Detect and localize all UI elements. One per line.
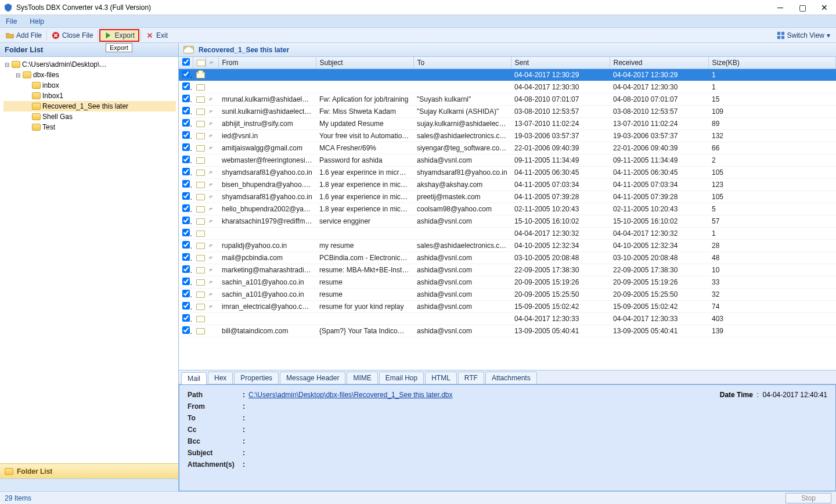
row-checkbox[interactable]: [182, 278, 190, 285]
table-row[interactable]: 𝄐imran_electrical@yahoo.co.inresume for …: [179, 301, 836, 313]
collapse-icon[interactable]: ⊟: [3, 62, 10, 68]
table-row[interactable]: 𝄐marketing@maharashtradirect...resume: M…: [179, 264, 836, 276]
cell-sent: 22-09-2005 17:38:30: [511, 264, 610, 276]
table-row[interactable]: 𝄐mail@pcbindia.comPCBindia.com - Electro…: [179, 252, 836, 264]
col-to[interactable]: To: [413, 57, 511, 69]
table-row[interactable]: 04-04-2017 12:30:3204-04-2017 12:30:321: [179, 228, 836, 240]
row-checkbox[interactable]: [182, 131, 190, 139]
row-checkbox[interactable]: [182, 265, 190, 273]
col-size[interactable]: Size(KB): [708, 57, 836, 69]
envelope-icon: [196, 206, 205, 213]
tree-node[interactable]: ⊟dbx-files: [3, 70, 176, 80]
tab-html[interactable]: HTML: [425, 372, 457, 384]
table-row[interactable]: 𝄐ied@vsnl.inYour free visit to Automatio…: [179, 130, 836, 142]
minimize-button[interactable]: ─: [774, 3, 786, 12]
row-checkbox[interactable]: [182, 168, 190, 175]
row-checkbox[interactable]: [182, 70, 190, 78]
row-checkbox[interactable]: [182, 107, 190, 114]
table-row[interactable]: 𝄐abhijit_instru@sify.comMy updated Resum…: [179, 118, 836, 130]
row-checkbox[interactable]: [182, 290, 190, 297]
select-all-checkbox[interactable]: [182, 58, 190, 66]
col-attachment[interactable]: 𝄐: [206, 57, 218, 69]
menu-file[interactable]: File: [6, 17, 17, 26]
row-checkbox[interactable]: [182, 253, 190, 261]
col-check[interactable]: [179, 57, 193, 69]
tab-hex[interactable]: Hex: [208, 372, 233, 384]
row-checkbox[interactable]: [182, 143, 190, 151]
table-row[interactable]: webmaster@freeringtonesindi...Password f…: [179, 154, 836, 167]
table-row[interactable]: 𝄐amitjaiswalgg@gmail.comMCA Fresher/69%s…: [179, 142, 836, 154]
stop-button[interactable]: Stop: [785, 493, 831, 503]
path-link[interactable]: C:\Users\admin\Desktop\dbx-files\Recover…: [248, 391, 453, 399]
tree-node[interactable]: Inbox1: [3, 91, 176, 101]
message-table-wrap[interactable]: 𝄐 From Subject To Sent Received Size(KB)…: [179, 57, 836, 370]
row-checkbox[interactable]: [182, 119, 190, 127]
separator: [46, 30, 47, 41]
row-checkbox[interactable]: [182, 95, 190, 102]
cell-received: 15-10-2005 16:10:02: [610, 215, 708, 228]
row-checkbox[interactable]: [182, 326, 190, 334]
envelope-icon: [196, 109, 205, 115]
cell-from: abhijit_instru@sify.com: [218, 118, 316, 130]
row-checkbox[interactable]: [182, 204, 190, 212]
table-row[interactable]: 𝄐bisen_bhupendra@yahoo.co.in1.8 year exp…: [179, 179, 836, 191]
maximize-button[interactable]: ▢: [797, 3, 808, 12]
table-row[interactable]: 𝄐rupalidj@yahoo.co.inmy resumesales@ashi…: [179, 240, 836, 252]
add-file-button[interactable]: Add File: [2, 29, 45, 42]
tab-rtf[interactable]: RTF: [458, 372, 484, 384]
folder-plus-icon: [6, 31, 14, 39]
close-window-button[interactable]: ✕: [819, 3, 830, 12]
col-sent[interactable]: Sent: [511, 57, 610, 69]
table-row[interactable]: 𝄐mrunal.kulkarni@ashidaelectr...Fw: Apli…: [179, 93, 836, 106]
cell-size: 403: [708, 313, 836, 325]
cell-received: 22-01-2006 09:40:39: [610, 142, 708, 154]
row-checkbox[interactable]: [182, 314, 190, 322]
table-row[interactable]: 𝄐shyamdsaraf81@yahoo.co.in1.6 year exper…: [179, 191, 836, 203]
row-checkbox[interactable]: [182, 217, 190, 224]
row-checkbox[interactable]: [182, 180, 190, 188]
tree-root[interactable]: ⊟ C:\Users\admin\Desktop\…: [3, 59, 176, 70]
folder-list-tab[interactable]: Folder List: [0, 463, 178, 478]
col-subject[interactable]: Subject: [316, 57, 413, 69]
tab-message-header[interactable]: Message Header: [280, 372, 345, 384]
tree-node[interactable]: Recovered_1_See this later: [3, 101, 176, 111]
table-row[interactable]: 𝄐shyamdsaraf81@yahoo.co.in1.6 year exper…: [179, 167, 836, 179]
table-row[interactable]: 𝄐hello_bhupendra2002@yahoo....1.8 year e…: [179, 203, 836, 215]
tree-node[interactable]: Test: [3, 122, 176, 132]
menu-help[interactable]: Help: [30, 17, 44, 26]
export-button[interactable]: Export: [99, 29, 139, 42]
tab-email-hop[interactable]: Email Hop: [379, 372, 424, 384]
table-row[interactable]: 04-04-2017 12:30:2904-04-2017 12:30:291: [179, 69, 836, 81]
cell-sent: 04-04-2017 12:30:32: [511, 228, 610, 240]
table-row[interactable]: 𝄐kharatsachin1979@rediffmail....service …: [179, 215, 836, 228]
switch-view-button[interactable]: Switch View ▾: [773, 29, 834, 42]
collapse-icon[interactable]: ⊟: [15, 72, 21, 78]
table-row[interactable]: 𝄐sunil.kulkarni@ashidaelectron...Fw: Mis…: [179, 106, 836, 118]
tree-node[interactable]: Shell Gas: [3, 111, 176, 122]
exit-button[interactable]: Exit: [142, 29, 171, 42]
col-from[interactable]: From: [218, 57, 316, 69]
close-file-button[interactable]: Close File: [48, 29, 96, 42]
row-checkbox[interactable]: [182, 302, 190, 309]
row-checkbox[interactable]: [182, 156, 190, 163]
row-checkbox[interactable]: [182, 192, 190, 200]
table-row[interactable]: 𝄐sachin_a101@yahoo.co.inresumeashida@vsn…: [179, 289, 836, 301]
tab-properties[interactable]: Properties: [234, 372, 279, 384]
row-checkbox[interactable]: [182, 241, 190, 249]
tab-attachments[interactable]: Attachments: [485, 372, 537, 384]
status-item-count: 29 Items: [5, 494, 31, 502]
cell-subject: My updated Resume: [316, 118, 413, 130]
table-row[interactable]: 04-04-2017 12:30:3004-04-2017 12:30:301: [179, 81, 836, 93]
tree-node[interactable]: inbox: [3, 80, 176, 91]
folder-tree[interactable]: ⊟ C:\Users\admin\Desktop\… ⊟dbx-filesinb…: [0, 57, 178, 463]
col-received[interactable]: Received: [610, 57, 708, 69]
table-row[interactable]: bill@tataindicom.com{Spam?} Your Tata In…: [179, 325, 836, 337]
table-row[interactable]: 04-04-2017 12:30:3304-04-2017 12:30:3340…: [179, 313, 836, 325]
tab-mail[interactable]: Mail: [181, 372, 207, 384]
folder-icon: [23, 71, 31, 78]
col-envelope[interactable]: [193, 57, 206, 69]
row-checkbox[interactable]: [182, 229, 190, 236]
row-checkbox[interactable]: [182, 82, 190, 90]
table-row[interactable]: 𝄐sachin_a101@yahoo.co.inresumeashida@vsn…: [179, 276, 836, 289]
tab-mime[interactable]: MIME: [347, 372, 377, 384]
